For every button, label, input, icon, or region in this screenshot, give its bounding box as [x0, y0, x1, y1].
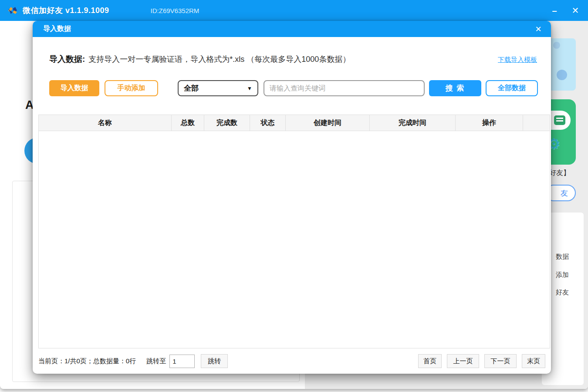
bubble-icon: [553, 42, 560, 49]
first-page-button[interactable]: 首页: [418, 354, 442, 368]
menu-item-fragment[interactable]: 添加: [556, 271, 569, 279]
import-data-button[interactable]: 导入数据: [49, 80, 99, 96]
all-data-button[interactable]: 全部数据: [486, 80, 538, 96]
menu-item-fragment[interactable]: 好友: [556, 288, 569, 297]
menu-item-fragment[interactable]: 数据: [556, 253, 569, 261]
pagination-summary: 当前页：1/共0页；总数据量：0行: [38, 357, 136, 365]
app-window: A ⚙ 好友】 友 数据 添加 好友 微信加好友 v1.1.9.1009 ID:…: [0, 0, 588, 389]
column-header-completed: 完成数: [204, 115, 250, 131]
last-page-button[interactable]: 末页: [522, 354, 545, 368]
column-header-created: 创建时间: [286, 115, 370, 131]
download-template-link[interactable]: 下载导入模板: [498, 56, 537, 64]
column-header-finished: 完成时间: [370, 115, 456, 131]
manual-add-button[interactable]: 手动添加: [105, 80, 158, 96]
filter-selected-value: 全部: [184, 83, 199, 93]
jump-button[interactable]: 跳转: [201, 354, 228, 368]
minimize-button[interactable]: –: [547, 3, 562, 18]
bubble-icon: [557, 70, 567, 80]
background-caption-fragment: 好友】: [549, 169, 570, 178]
filter-dropdown[interactable]: 全部 ▼: [178, 80, 258, 96]
search-input[interactable]: [264, 80, 425, 96]
column-header-status: 状态: [250, 115, 286, 131]
modal-header: 导入数据 ✕: [33, 21, 551, 37]
chat-window-icon: [554, 115, 565, 125]
app-id-label: ID:Z69V6352RM: [151, 7, 199, 14]
pagination-bar: 当前页：1/共0页；总数据量：0行 跳转至 跳转 首页 上一页 下一页 末页: [38, 354, 545, 368]
titlebar: 微信加好友 v1.1.9.1009 ID:Z69V6352RM – ✕: [0, 0, 588, 21]
column-header-total: 总数: [172, 115, 204, 131]
column-header-actions: 操作: [456, 115, 523, 131]
chevron-down-icon: ▼: [247, 85, 252, 91]
prev-page-button[interactable]: 上一页: [447, 354, 479, 368]
jump-page-input[interactable]: [169, 355, 195, 368]
description-label: 导入数据:: [49, 54, 85, 65]
pill-button-label: 友: [561, 188, 568, 198]
jump-to-label: 跳转至: [146, 357, 166, 365]
modal-title: 导入数据: [43, 24, 71, 34]
modal-close-button[interactable]: ✕: [532, 23, 545, 36]
modal-description: 导入数据: 支持导入一对一专属验证语，导入格式为*.xls （每次最多导入100…: [49, 54, 537, 65]
import-data-modal: 导入数据 ✕ 导入数据: 支持导入一对一专属验证语，导入格式为*.xls （每次…: [33, 21, 551, 374]
next-page-button[interactable]: 下一页: [484, 354, 517, 368]
column-header-empty: [523, 115, 550, 131]
description-text: 支持导入一对一专属验证语，导入格式为*.xls （每次最多导入1000条数据）: [88, 54, 350, 64]
app-title: 微信加好友 v1.1.9.1009: [23, 5, 109, 16]
table-header-row: 名称 总数 完成数 状态 创建时间 完成时间 操作: [39, 115, 550, 131]
modal-toolbar: 导入数据 手动添加 全部 ▼ 搜 索 全部数据: [49, 80, 538, 97]
search-button[interactable]: 搜 索: [429, 80, 481, 96]
import-data-table: 名称 总数 完成数 状态 创建时间 完成时间 操作: [38, 115, 550, 348]
column-header-name: 名称: [39, 115, 172, 131]
app-logo-icon: [7, 5, 18, 16]
window-close-button[interactable]: ✕: [568, 3, 583, 18]
